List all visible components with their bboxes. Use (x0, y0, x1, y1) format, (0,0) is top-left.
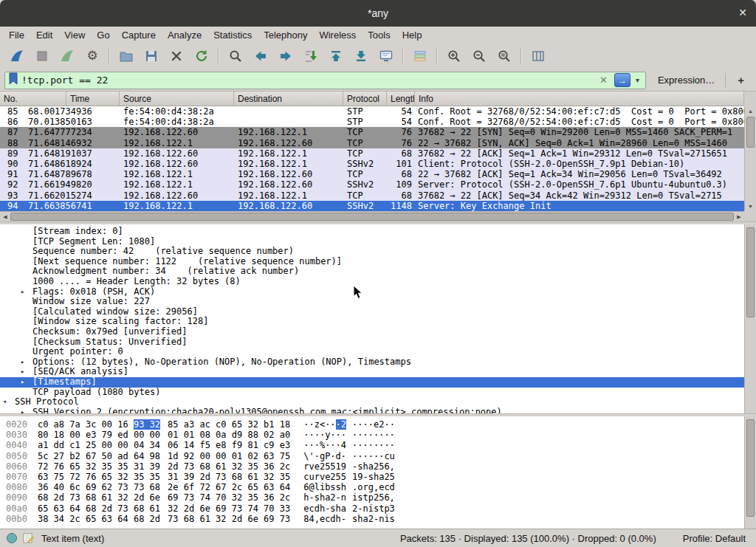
hex-vscrollbar[interactable] (744, 416, 756, 529)
hex-row[interactable]: 0040a1 dd c1 25 00 00 04 3406 14 f5 e8 f… (0, 440, 756, 450)
packet-list-hscrollbar[interactable]: ◀ ▶ (0, 211, 744, 221)
save-file-icon[interactable] (141, 47, 162, 66)
hex-row[interactable]: 00505c 27 b2 67 50 ad 64 981d 92 00 00 0… (0, 451, 756, 461)
detail-line[interactable]: [Checksum Status: Unverified] (0, 337, 744, 348)
scrollbar-thumb[interactable] (10, 213, 734, 221)
scrollbar-thumb[interactable] (746, 117, 755, 148)
packet-row[interactable]: 8568.001734936fe:54:00:d4:38:2aSTP54Conf… (0, 106, 744, 117)
capture-options-icon[interactable]: ⚙ (82, 47, 103, 66)
start-capture-icon[interactable] (7, 47, 27, 66)
menu-telephony[interactable]: Telephony (258, 28, 313, 42)
go-forward-icon[interactable] (275, 47, 296, 66)
scroll-down-icon[interactable]: ▼ (745, 202, 756, 211)
detail-line[interactable]: [Next sequence number: 1122 (relative se… (0, 257, 744, 267)
go-to-packet-icon[interactable] (300, 47, 321, 66)
menu-capture[interactable]: Capture (116, 28, 162, 42)
col-protocol[interactable]: Protocol (343, 92, 387, 106)
colorize-icon[interactable] (410, 47, 430, 66)
menu-edit[interactable]: Edit (30, 28, 58, 42)
packet-row[interactable]: 9371.662015274192.168.122.60192.168.122.… (0, 190, 744, 201)
menu-wireless[interactable]: Wireless (313, 28, 362, 42)
window-close-button[interactable]: ✕ (738, 7, 747, 18)
hex-row[interactable]: 007063 75 72 76 65 32 35 3531 39 2d 73 6… (0, 472, 756, 482)
filter-dropdown-icon[interactable]: ▾ (633, 76, 642, 84)
auto-scroll-icon[interactable] (376, 47, 396, 66)
find-packet-icon[interactable] (225, 47, 246, 66)
detail-line[interactable]: ▸SSH Version 2 (encryption:chacha20-poly… (0, 407, 744, 413)
hex-row[interactable]: 00a065 63 64 68 2d 73 68 6132 2d 6e 69 7… (0, 503, 756, 514)
detail-line[interactable]: [Calculated window size: 29056] (0, 307, 744, 317)
filter-clear-icon[interactable]: ✕ (595, 75, 612, 86)
menu-file[interactable]: File (3, 28, 30, 42)
expander-icon[interactable]: ▾ (3, 397, 15, 407)
go-back-icon[interactable] (250, 47, 271, 66)
detail-line[interactable]: ▾SSH Protocol (0, 397, 744, 407)
expression-button[interactable]: Expression… (652, 75, 721, 86)
scrollbar-thumb[interactable] (746, 227, 755, 317)
expander-icon[interactable]: ▸ (21, 367, 32, 377)
details-vscrollbar[interactable] (744, 224, 756, 413)
go-first-icon[interactable] (326, 47, 346, 66)
hex-row[interactable]: 0020c0 a8 7a 3c 00 16 93 3285 a3 ac c0 6… (0, 419, 756, 430)
expander-icon[interactable]: ▸ (21, 377, 32, 388)
open-file-icon[interactable] (116, 47, 137, 66)
detail-line[interactable]: Sequence number: 42 (relative sequence n… (0, 247, 744, 257)
status-profile[interactable]: Profile: Default (683, 533, 750, 544)
col-length[interactable]: Length (387, 92, 415, 106)
menu-help[interactable]: Help (396, 28, 428, 42)
col-info[interactable]: Info (415, 92, 744, 106)
restart-capture-icon[interactable] (57, 47, 78, 66)
menu-go[interactable]: Go (91, 28, 115, 42)
col-source[interactable]: Source (120, 92, 234, 106)
scroll-up-icon[interactable]: ▲ (745, 106, 756, 116)
packet-row[interactable]: 9271.661949820192.168.122.1192.168.122.6… (0, 179, 744, 190)
detail-line[interactable]: [TCP Segment Len: 1080] (0, 237, 744, 247)
detail-line[interactable]: Urgent pointer: 0 (0, 347, 744, 357)
scroll-left-icon[interactable]: ◀ (0, 212, 10, 221)
filter-text[interactable]: !tcp.port == 22 (18, 75, 595, 86)
packet-row[interactable]: 9171.648789678192.168.122.1192.168.122.6… (0, 169, 744, 179)
detail-line[interactable]: ▸[SEQ/ACK analysis] (0, 367, 744, 377)
zoom-reset-icon[interactable] (494, 47, 515, 66)
hex-row[interactable]: 008036 40 6c 69 62 73 73 682e 6f 72 67 2… (0, 482, 756, 492)
capture-comment-icon[interactable] (22, 532, 34, 544)
reload-icon[interactable] (191, 47, 212, 66)
filter-input[interactable]: !tcp.port == 22 ✕ → ▾ (4, 72, 646, 89)
titlebar[interactable]: *any ✕ (0, 0, 756, 27)
menu-view[interactable]: View (58, 28, 91, 42)
detail-line[interactable]: [Window size scaling factor: 128] (0, 317, 744, 327)
hex-row[interactable]: 003080 18 00 e3 79 ed 00 0001 01 08 0a d… (0, 430, 756, 440)
resize-columns-icon[interactable] (528, 47, 549, 66)
expert-info-icon[interactable] (6, 532, 18, 544)
packet-row[interactable]: 8670.013850163fe:54:00:d4:38:2aSTP54Conf… (0, 117, 744, 127)
filter-apply-button[interactable]: → (614, 73, 630, 87)
detail-line[interactable]: [Stream index: 0] (0, 227, 744, 237)
filter-bookmark-icon[interactable] (8, 72, 18, 88)
detail-line[interactable]: ▸Flags: 0x018 (PSH, ACK) (0, 287, 744, 297)
menu-tools[interactable]: Tools (362, 28, 396, 42)
close-file-icon[interactable] (166, 47, 187, 66)
zoom-out-icon[interactable] (469, 47, 489, 66)
packet-list-vscrollbar[interactable]: ▲ ▼ (744, 106, 756, 211)
packet-row[interactable]: 8871.648146932192.168.122.1192.168.122.6… (0, 138, 744, 148)
packet-row[interactable]: 8971.648191037192.168.122.60192.168.122.… (0, 148, 744, 159)
scroll-right-icon[interactable]: ▶ (734, 212, 744, 221)
hex-row[interactable]: 006072 76 65 32 35 35 31 392d 73 68 61 3… (0, 461, 756, 472)
menu-statistics[interactable]: Statistics (207, 28, 258, 42)
packet-row[interactable]: 9071.648618924192.168.122.60192.168.122.… (0, 159, 744, 169)
detail-line[interactable]: 1000 .... = Header Length: 32 bytes (8) (0, 277, 744, 287)
packet-row-selected[interactable]: 9471.663856741192.168.122.1192.168.122.6… (0, 201, 744, 211)
hex-row[interactable]: 00b038 34 2c 65 63 64 68 2d73 68 61 32 2… (0, 514, 756, 524)
detail-line[interactable]: Window size value: 227 (0, 297, 744, 307)
menu-analyze[interactable]: Analyze (162, 28, 207, 42)
packet-row[interactable]: 8771.647777234192.168.122.60192.168.122.… (0, 127, 744, 137)
expander-icon[interactable]: ▸ (21, 287, 32, 297)
add-filter-button[interactable]: + (730, 74, 752, 86)
go-last-icon[interactable] (351, 47, 371, 66)
col-time[interactable]: Time (66, 92, 120, 106)
detail-line[interactable]: Checksum: 0x79ed [unverified] (0, 327, 744, 337)
expander-icon[interactable]: ▸ (21, 357, 32, 368)
detail-line[interactable]: Acknowledgment number: 34 (relative ack … (0, 266, 744, 277)
col-no[interactable]: No. (0, 92, 66, 106)
detail-line-selected[interactable]: ▸[Timestamps] (0, 377, 744, 388)
